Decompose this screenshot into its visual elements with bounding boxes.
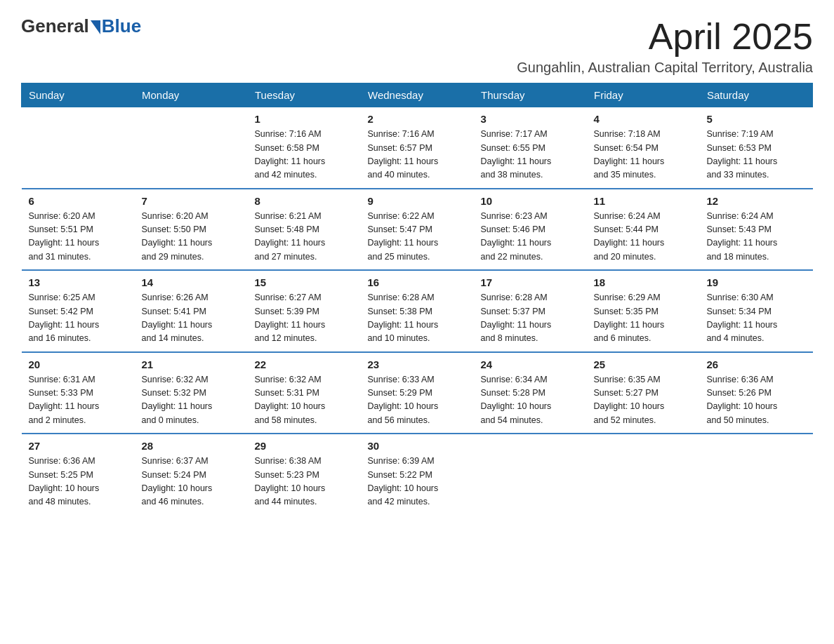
- day-cell: 19Sunrise: 6:30 AMSunset: 5:34 PMDayligh…: [700, 270, 813, 352]
- header-cell-tuesday: Tuesday: [248, 83, 361, 107]
- day-cell: 1Sunrise: 7:16 AMSunset: 6:58 PMDaylight…: [248, 107, 361, 189]
- week-row-2: 6Sunrise: 6:20 AMSunset: 5:51 PMDaylight…: [22, 189, 813, 271]
- day-cell: 22Sunrise: 6:32 AMSunset: 5:31 PMDayligh…: [248, 352, 361, 434]
- day-info: Sunrise: 6:22 AMSunset: 5:47 PMDaylight:…: [368, 210, 467, 264]
- day-info: Sunrise: 6:27 AMSunset: 5:39 PMDaylight:…: [255, 291, 354, 346]
- day-cell: 26Sunrise: 6:36 AMSunset: 5:26 PMDayligh…: [700, 352, 813, 434]
- day-cell: 4Sunrise: 7:18 AMSunset: 6:54 PMDaylight…: [587, 107, 700, 189]
- day-info: Sunrise: 7:16 AMSunset: 6:57 PMDaylight:…: [368, 128, 467, 182]
- day-cell: 21Sunrise: 6:32 AMSunset: 5:32 PMDayligh…: [135, 352, 248, 434]
- day-number: 16: [368, 276, 467, 288]
- day-number: 25: [594, 358, 693, 370]
- day-cell: 16Sunrise: 6:28 AMSunset: 5:38 PMDayligh…: [361, 270, 474, 352]
- header-cell-wednesday: Wednesday: [361, 83, 474, 107]
- logo-general-text: General: [21, 17, 89, 35]
- header-cell-friday: Friday: [587, 83, 700, 107]
- day-number: 17: [481, 276, 580, 288]
- day-number: 27: [29, 440, 128, 452]
- day-number: 23: [368, 358, 467, 370]
- day-cell: 13Sunrise: 6:25 AMSunset: 5:42 PMDayligh…: [22, 270, 135, 352]
- week-row-3: 13Sunrise: 6:25 AMSunset: 5:42 PMDayligh…: [22, 270, 813, 352]
- day-number: 20: [29, 358, 128, 370]
- day-number: 15: [255, 276, 354, 288]
- header-row: SundayMondayTuesdayWednesdayThursdayFrid…: [22, 83, 813, 107]
- day-info: Sunrise: 6:33 AMSunset: 5:29 PMDaylight:…: [368, 373, 467, 428]
- day-number: 24: [481, 358, 580, 370]
- day-info: Sunrise: 6:30 AMSunset: 5:34 PMDaylight:…: [707, 291, 806, 346]
- day-cell: 9Sunrise: 6:22 AMSunset: 5:47 PMDaylight…: [361, 189, 474, 271]
- day-cell: 17Sunrise: 6:28 AMSunset: 5:37 PMDayligh…: [474, 270, 587, 352]
- header-cell-monday: Monday: [135, 83, 248, 107]
- day-number: 8: [255, 195, 354, 207]
- day-number: 3: [481, 113, 580, 125]
- day-number: 13: [29, 276, 128, 288]
- day-cell: 20Sunrise: 6:31 AMSunset: 5:33 PMDayligh…: [22, 352, 135, 434]
- day-number: 11: [594, 195, 693, 207]
- day-info: Sunrise: 6:24 AMSunset: 5:44 PMDaylight:…: [594, 210, 693, 264]
- day-cell: [135, 107, 248, 189]
- day-info: Sunrise: 6:36 AMSunset: 5:25 PMDaylight:…: [29, 455, 128, 509]
- day-info: Sunrise: 6:25 AMSunset: 5:42 PMDaylight:…: [29, 291, 128, 346]
- day-info: Sunrise: 7:17 AMSunset: 6:55 PMDaylight:…: [481, 128, 580, 182]
- day-cell: 23Sunrise: 6:33 AMSunset: 5:29 PMDayligh…: [361, 352, 474, 434]
- day-cell: [474, 434, 587, 515]
- day-number: 29: [255, 440, 354, 452]
- day-info: Sunrise: 6:34 AMSunset: 5:28 PMDaylight:…: [481, 373, 580, 428]
- day-cell: [22, 107, 135, 189]
- day-number: 22: [255, 358, 354, 370]
- calendar-table: SundayMondayTuesdayWednesdayThursdayFrid…: [21, 83, 813, 515]
- day-number: 1: [255, 113, 354, 125]
- day-number: 5: [707, 113, 806, 125]
- week-row-5: 27Sunrise: 6:36 AMSunset: 5:25 PMDayligh…: [22, 434, 813, 515]
- day-cell: 25Sunrise: 6:35 AMSunset: 5:27 PMDayligh…: [587, 352, 700, 434]
- day-cell: 3Sunrise: 7:17 AMSunset: 6:55 PMDaylight…: [474, 107, 587, 189]
- day-number: 7: [142, 195, 241, 207]
- week-row-4: 20Sunrise: 6:31 AMSunset: 5:33 PMDayligh…: [22, 352, 813, 434]
- calendar-body: 1Sunrise: 7:16 AMSunset: 6:58 PMDaylight…: [22, 107, 813, 515]
- day-info: Sunrise: 6:28 AMSunset: 5:38 PMDaylight:…: [368, 291, 467, 346]
- day-info: Sunrise: 7:19 AMSunset: 6:53 PMDaylight:…: [707, 128, 806, 182]
- page-header: General Blue April 2025 Gungahlin, Austr…: [21, 17, 813, 76]
- day-cell: 14Sunrise: 6:26 AMSunset: 5:41 PMDayligh…: [135, 270, 248, 352]
- logo-arrow-icon: [91, 20, 100, 34]
- day-info: Sunrise: 6:20 AMSunset: 5:51 PMDaylight:…: [29, 210, 128, 264]
- day-info: Sunrise: 6:21 AMSunset: 5:48 PMDaylight:…: [255, 210, 354, 264]
- day-number: 6: [29, 195, 128, 207]
- day-cell: 2Sunrise: 7:16 AMSunset: 6:57 PMDaylight…: [361, 107, 474, 189]
- day-number: 28: [142, 440, 241, 452]
- day-info: Sunrise: 7:16 AMSunset: 6:58 PMDaylight:…: [255, 128, 354, 182]
- day-info: Sunrise: 6:36 AMSunset: 5:26 PMDaylight:…: [707, 373, 806, 428]
- logo-blue-text: Blue: [102, 17, 141, 35]
- header-cell-saturday: Saturday: [700, 83, 813, 107]
- day-cell: 24Sunrise: 6:34 AMSunset: 5:28 PMDayligh…: [474, 352, 587, 434]
- subtitle: Gungahlin, Australian Capital Territory,…: [517, 60, 813, 76]
- day-number: 26: [707, 358, 806, 370]
- day-number: 10: [481, 195, 580, 207]
- day-cell: [700, 434, 813, 515]
- day-cell: [587, 434, 700, 515]
- day-cell: 8Sunrise: 6:21 AMSunset: 5:48 PMDaylight…: [248, 189, 361, 271]
- day-cell: 10Sunrise: 6:23 AMSunset: 5:46 PMDayligh…: [474, 189, 587, 271]
- title-area: April 2025 Gungahlin, Australian Capital…: [517, 17, 813, 76]
- day-cell: 30Sunrise: 6:39 AMSunset: 5:22 PMDayligh…: [361, 434, 474, 515]
- day-number: 21: [142, 358, 241, 370]
- day-number: 14: [142, 276, 241, 288]
- day-info: Sunrise: 6:35 AMSunset: 5:27 PMDaylight:…: [594, 373, 693, 428]
- day-cell: 28Sunrise: 6:37 AMSunset: 5:24 PMDayligh…: [135, 434, 248, 515]
- day-cell: 7Sunrise: 6:20 AMSunset: 5:50 PMDaylight…: [135, 189, 248, 271]
- day-number: 2: [368, 113, 467, 125]
- day-cell: 27Sunrise: 6:36 AMSunset: 5:25 PMDayligh…: [22, 434, 135, 515]
- week-row-1: 1Sunrise: 7:16 AMSunset: 6:58 PMDaylight…: [22, 107, 813, 189]
- day-cell: 29Sunrise: 6:38 AMSunset: 5:23 PMDayligh…: [248, 434, 361, 515]
- header-cell-sunday: Sunday: [22, 83, 135, 107]
- logo: General Blue: [21, 17, 141, 35]
- day-number: 30: [368, 440, 467, 452]
- calendar-header: SundayMondayTuesdayWednesdayThursdayFrid…: [22, 83, 813, 107]
- day-number: 9: [368, 195, 467, 207]
- day-info: Sunrise: 6:28 AMSunset: 5:37 PMDaylight:…: [481, 291, 580, 346]
- day-info: Sunrise: 6:32 AMSunset: 5:31 PMDaylight:…: [255, 373, 354, 428]
- day-number: 18: [594, 276, 693, 288]
- day-number: 4: [594, 113, 693, 125]
- day-cell: 6Sunrise: 6:20 AMSunset: 5:51 PMDaylight…: [22, 189, 135, 271]
- day-cell: 11Sunrise: 6:24 AMSunset: 5:44 PMDayligh…: [587, 189, 700, 271]
